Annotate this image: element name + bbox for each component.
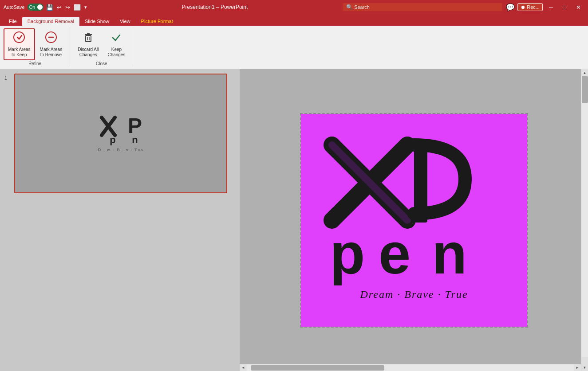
hscroll-thumb[interactable] <box>251 365 384 371</box>
slide-panel[interactable]: 1 p <box>0 69 240 371</box>
tab-view[interactable]: View <box>114 17 136 26</box>
search-icon: 🔍 <box>346 4 353 10</box>
svg-text:Dream · Brave · True: Dream · Brave · True <box>359 289 468 300</box>
discard-icon <box>82 31 95 45</box>
maximize-btn[interactable]: □ <box>559 4 570 11</box>
canvas-area: p e n Dream · Brave · True ▲ ▼ ◄ <box>240 69 588 371</box>
quick-access-toolbar: 💾 ↩ ↪ ⬜ ▾ <box>46 4 87 11</box>
discard-all-button[interactable]: Discard AllChanges <box>74 28 103 60</box>
image-wrapper[interactable]: p e n Dream · Brave · True <box>300 113 528 328</box>
minimize-btn[interactable]: ─ <box>545 4 556 11</box>
ribbon-tabs: File Background Removal Slide Show View … <box>0 14 588 26</box>
present-icon[interactable]: ⬜ <box>74 4 81 11</box>
main-content: 1 p <box>0 69 588 371</box>
mark-areas-remove-button[interactable]: Mark Areasto Remove <box>36 28 67 60</box>
close-group-label: Close <box>96 61 107 66</box>
search-input[interactable] <box>343 3 502 11</box>
refine-group-label: Refine <box>28 61 41 66</box>
undo-icon[interactable]: ↩ <box>57 4 62 11</box>
slide-number: 1 <box>4 74 12 81</box>
close-btn[interactable]: ✕ <box>572 4 584 11</box>
scroll-corner <box>581 357 588 364</box>
tab-picture-format[interactable]: Picture Format <box>136 17 178 26</box>
ribbon-group-refine: Mark Areasto Keep Mark Areasto Remove Re… <box>0 27 70 67</box>
keep-label: KeepChanges <box>107 47 125 58</box>
xp-logo-svg: p e n Dream · Brave · True <box>319 136 509 305</box>
mark-keep-label: Mark Areasto Keep <box>8 47 31 58</box>
scroll-right-arrow[interactable]: ► <box>574 364 581 371</box>
titlebar-left: AutoSave On 💾 ↩ ↪ ⬜ ▾ <box>4 4 87 11</box>
tab-background-removal[interactable]: Background Removal <box>22 17 79 26</box>
mark-remove-label: Mark Areasto Remove <box>40 47 63 58</box>
scroll-down-arrow[interactable]: ▼ <box>581 364 588 371</box>
horizontal-scrollbar[interactable]: ◄ ► <box>240 364 581 371</box>
hscroll-track <box>247 364 574 371</box>
record-button[interactable]: ⏺ Rec... <box>517 3 543 11</box>
comments-icon[interactable]: 💬 <box>506 3 515 12</box>
titlebar: AutoSave On 💾 ↩ ↪ ⬜ ▾ Presentation1 – Po… <box>0 0 588 14</box>
svg-line-2 <box>19 35 22 39</box>
window-controls: 💬 ⏺ Rec... ─ □ ✕ <box>506 3 584 12</box>
autosave-toggle[interactable]: On <box>28 4 43 11</box>
ribbon: Mark Areasto Keep Mark Areasto Remove Re… <box>0 26 588 69</box>
keep-changes-button[interactable]: KeepChanges <box>103 28 129 60</box>
refine-buttons: Mark Areasto Keep Mark Areasto Remove <box>4 28 66 60</box>
svg-text:p: p <box>330 221 365 286</box>
save-icon[interactable]: 💾 <box>46 4 53 11</box>
autosave-label: AutoSave <box>4 4 25 10</box>
redo-icon[interactable]: ↪ <box>65 4 70 11</box>
keep-icon <box>110 31 122 45</box>
discard-label: Discard AllChanges <box>78 47 99 58</box>
scroll-up-arrow[interactable]: ▲ <box>581 69 588 76</box>
scroll-track <box>581 76 588 357</box>
canvas-image: p e n Dream · Brave · True <box>301 114 527 327</box>
slide-thumbnail[interactable]: p P n D · m · B · v · Tuo <box>14 74 227 193</box>
toggle-knob <box>37 4 43 10</box>
scroll-left-arrow[interactable]: ◄ <box>240 364 247 371</box>
svg-text:e: e <box>379 221 410 286</box>
svg-text:n: n <box>432 221 467 286</box>
ribbon-group-close: Discard AllChanges KeepChanges Close <box>70 27 133 67</box>
svg-rect-5 <box>86 35 91 42</box>
tab-file[interactable]: File <box>4 17 22 26</box>
app-title: Presentation1 – PowerPoint <box>87 4 343 10</box>
mark-remove-icon <box>45 31 57 45</box>
autosave-state: On <box>29 5 35 10</box>
svg-point-0 <box>14 32 24 43</box>
mark-areas-keep-button[interactable]: Mark Areasto Keep <box>4 28 35 60</box>
close-buttons: Discard AllChanges KeepChanges <box>74 28 129 60</box>
mark-keep-icon <box>13 31 25 45</box>
scroll-thumb[interactable] <box>582 76 588 103</box>
slide-item: 1 p <box>4 74 235 193</box>
search-bar: 🔍 <box>343 3 502 11</box>
vertical-scrollbar[interactable]: ▲ ▼ <box>581 69 588 371</box>
tab-slide-show[interactable]: Slide Show <box>79 17 114 26</box>
